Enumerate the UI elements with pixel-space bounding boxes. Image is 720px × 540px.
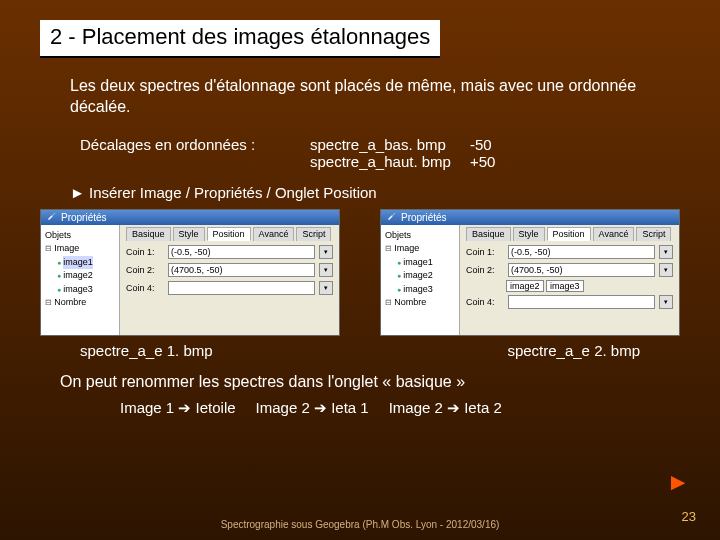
properties-panel-right: Propriétés Objets Image image1 image2 im… bbox=[380, 209, 680, 336]
rename-src-1: Image 1 bbox=[120, 399, 178, 416]
coin4-row: Coin 4: ▾ bbox=[126, 281, 333, 295]
panel-title-text: Propriétés bbox=[401, 212, 447, 223]
properties-panel-left: Propriétés Objets Image image1 image2 im… bbox=[40, 209, 340, 336]
spec1-value: -50 bbox=[470, 136, 510, 153]
spec2-filename: spectre_a_haut. bmp bbox=[310, 153, 470, 170]
coin2-row: Coin 2: ▾ bbox=[126, 263, 333, 277]
tabs-row: Basique Style Position Avancé Script bbox=[466, 227, 673, 241]
tab-avance[interactable]: Avancé bbox=[593, 227, 635, 241]
rename-src-3: Image 2 bbox=[389, 399, 447, 416]
rename-src-2: Image 2 bbox=[256, 399, 314, 416]
coin1-input[interactable] bbox=[168, 245, 315, 259]
coin1-row: Coin 1: ▾ bbox=[466, 245, 673, 259]
tabs-row: Basique Style Position Avancé Script bbox=[126, 227, 333, 241]
offset-values: spectre_a_bas. bmp -50 spectre_a_haut. b… bbox=[310, 136, 510, 170]
coin1-dropdown[interactable]: ▾ bbox=[319, 245, 333, 259]
intro-text: Les deux spectres d'étalonnage sont plac… bbox=[70, 76, 650, 118]
coin2-label: Coin 2: bbox=[466, 265, 504, 275]
coin1-label: Coin 1: bbox=[466, 247, 504, 257]
instruction-line: ► Insérer Image / Propriétés / Onglet Po… bbox=[70, 184, 650, 201]
arrow-icon: ➔ bbox=[178, 399, 195, 416]
tab-avance[interactable]: Avancé bbox=[253, 227, 295, 241]
coin2-input[interactable] bbox=[168, 263, 315, 277]
caption-left: spectre_a_e 1. bmp bbox=[80, 342, 213, 359]
tree-item-image3[interactable]: image3 bbox=[45, 283, 115, 297]
tab-style[interactable]: Style bbox=[513, 227, 545, 241]
coin2-dropdown[interactable]: ▾ bbox=[319, 263, 333, 277]
rename-row: Image 1 ➔ Ietoile Image 2 ➔ Ieta 1 Image… bbox=[120, 399, 660, 417]
page-title: 2 - Placement des images étalonnages bbox=[40, 20, 440, 58]
rename-dst-1: Ietoile bbox=[196, 399, 236, 416]
tree-group[interactable]: Image bbox=[45, 242, 115, 256]
tree-footer[interactable]: Nombre bbox=[385, 296, 455, 310]
arrow-icon: ➔ bbox=[447, 399, 464, 416]
tab-style[interactable]: Style bbox=[173, 227, 205, 241]
selected-items-badge: image2 image3 bbox=[506, 281, 673, 291]
spec2-value: +50 bbox=[470, 153, 510, 170]
wrench-icon bbox=[387, 212, 397, 222]
rename-text: On peut renommer les spectres dans l'ong… bbox=[60, 373, 660, 391]
tab-basique[interactable]: Basique bbox=[466, 227, 511, 241]
coin2-label: Coin 2: bbox=[126, 265, 164, 275]
props-area: Basique Style Position Avancé Script Coi… bbox=[120, 225, 339, 335]
coin4-label: Coin 4: bbox=[126, 283, 164, 293]
tab-script[interactable]: Script bbox=[296, 227, 331, 241]
spec1-filename: spectre_a_bas. bmp bbox=[310, 136, 470, 153]
tree-item-image2[interactable]: image2 bbox=[385, 269, 455, 283]
offset-row: Décalages en ordonnées : spectre_a_bas. … bbox=[80, 136, 650, 170]
coin4-row: Coin 4: ▾ bbox=[466, 295, 673, 309]
tab-position[interactable]: Position bbox=[547, 227, 591, 241]
coin4-dropdown[interactable]: ▾ bbox=[319, 281, 333, 295]
coin2-row: Coin 2: ▾ bbox=[466, 263, 673, 277]
tree-item-image2[interactable]: image2 bbox=[45, 269, 115, 283]
panel-titlebar: Propriétés bbox=[381, 210, 679, 225]
coin2-dropdown[interactable]: ▾ bbox=[659, 263, 673, 277]
panel-title-text: Propriétés bbox=[61, 212, 107, 223]
coin1-label: Coin 1: bbox=[126, 247, 164, 257]
panel-titlebar: Propriétés bbox=[41, 210, 339, 225]
offset-label: Décalages en ordonnées : bbox=[80, 136, 310, 153]
page-number: 23 bbox=[682, 509, 696, 524]
panels-row: Propriétés Objets Image image1 image2 im… bbox=[40, 209, 680, 336]
next-slide-button[interactable]: ► bbox=[666, 468, 690, 496]
object-tree[interactable]: Objets Image image1 image2 image3 Nombre bbox=[41, 225, 120, 335]
tree-footer[interactable]: Nombre bbox=[45, 296, 115, 310]
tab-basique[interactable]: Basique bbox=[126, 227, 171, 241]
tree-item-image1[interactable]: image1 bbox=[45, 256, 115, 270]
footer-text: Spectrographie sous Geogebra (Ph.M Obs. … bbox=[0, 519, 720, 530]
coin1-row: Coin 1: ▾ bbox=[126, 245, 333, 259]
object-tree[interactable]: Objets Image image1 image2 image3 Nombre bbox=[381, 225, 460, 335]
rename-dst-2: Ieta 1 bbox=[331, 399, 369, 416]
coin2-input[interactable] bbox=[508, 263, 655, 277]
coin1-dropdown[interactable]: ▾ bbox=[659, 245, 673, 259]
tab-script[interactable]: Script bbox=[636, 227, 671, 241]
tree-group[interactable]: Image bbox=[385, 242, 455, 256]
coin4-input[interactable] bbox=[168, 281, 315, 295]
arrow-icon: ➔ bbox=[314, 399, 331, 416]
caption-right: spectre_a_e 2. bmp bbox=[507, 342, 640, 359]
tree-root: Objets bbox=[385, 229, 455, 243]
props-area: Basique Style Position Avancé Script Coi… bbox=[460, 225, 679, 335]
wrench-icon bbox=[47, 212, 57, 222]
coin4-label: Coin 4: bbox=[466, 297, 504, 307]
coin4-input[interactable] bbox=[508, 295, 655, 309]
coin4-dropdown[interactable]: ▾ bbox=[659, 295, 673, 309]
tab-position[interactable]: Position bbox=[207, 227, 251, 241]
tree-item-image3[interactable]: image3 bbox=[385, 283, 455, 297]
coin1-input[interactable] bbox=[508, 245, 655, 259]
tree-item-image1[interactable]: image1 bbox=[385, 256, 455, 270]
tree-root: Objets bbox=[45, 229, 115, 243]
rename-dst-3: Ieta 2 bbox=[464, 399, 502, 416]
panel-captions: spectre_a_e 1. bmp spectre_a_e 2. bmp bbox=[80, 342, 640, 359]
